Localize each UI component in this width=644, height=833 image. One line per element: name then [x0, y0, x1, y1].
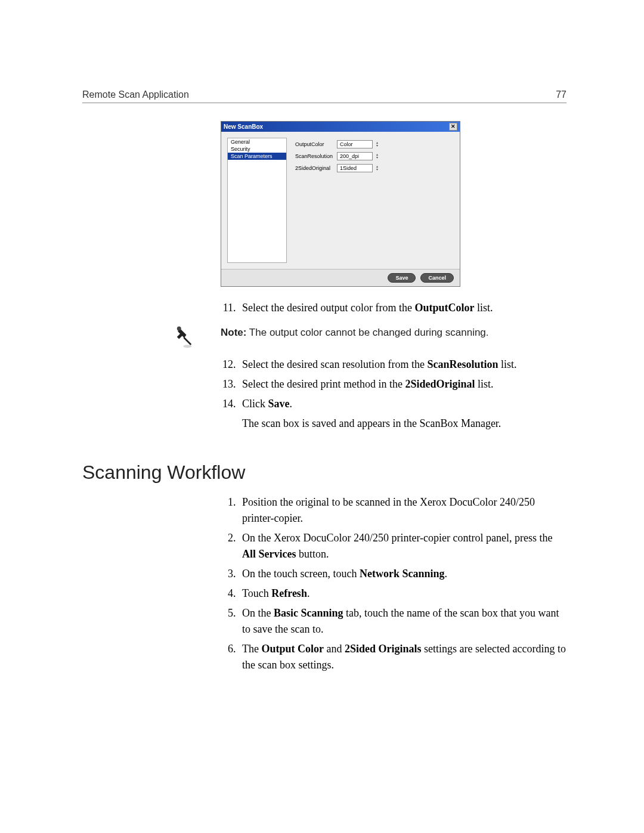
- new-scanbox-dialog: New ScanBox ✕ General Security Scan Para…: [221, 121, 460, 287]
- scan-parameters-panel: OutputColor Color ▴▾ ScanResolution 200_…: [295, 138, 380, 263]
- stepper-icon[interactable]: ▴▾: [374, 153, 380, 159]
- page-header: Remote Scan Application 77: [82, 89, 566, 103]
- step-12: Select the desired scan resolution from …: [239, 357, 566, 373]
- sidebar-item-security[interactable]: Security: [228, 145, 286, 153]
- steps-list-a: Select the desired output color from the…: [83, 300, 566, 316]
- dialog-titlebar: New ScanBox ✕: [221, 122, 460, 132]
- cancel-button[interactable]: Cancel: [420, 273, 454, 283]
- close-icon[interactable]: ✕: [449, 123, 457, 131]
- steps-list-b: Select the desired scan resolution from …: [83, 357, 566, 432]
- two-sided-row: 2SidedOriginal 1Sided ▴▾: [295, 164, 380, 172]
- workflow-step-4: Touch Refresh.: [239, 586, 566, 602]
- document-page: Remote Scan Application 77 New ScanBox ✕…: [0, 0, 644, 833]
- workflow-step-3: On the touch screen, touch Network Scann…: [239, 566, 566, 582]
- dialog-title: New ScanBox: [224, 123, 263, 130]
- output-color-row: OutputColor Color ▴▾: [295, 140, 380, 148]
- sidebar-item-general[interactable]: General: [228, 138, 286, 145]
- step-14-sub: The scan box is saved and appears in the…: [242, 416, 566, 432]
- scanning-workflow-heading: Scanning Workflow: [82, 462, 566, 484]
- output-color-label: OutputColor: [295, 141, 337, 147]
- workflow-step-6: The Output Color and 2Sided Originals se…: [239, 641, 566, 673]
- workflow-column: Position the original to be scanned in t…: [221, 494, 566, 673]
- workflow-steps: Position the original to be scanned in t…: [83, 494, 566, 673]
- workflow-step-1: Position the original to be scanned in t…: [239, 494, 566, 527]
- note-text: Note: The output color cannot be changed…: [221, 327, 489, 338]
- page-number: 77: [556, 89, 566, 100]
- stepper-icon[interactable]: ▴▾: [374, 141, 380, 147]
- step-14: Click Save. The scan box is saved and ap…: [239, 396, 566, 432]
- two-sided-select[interactable]: 1Sided: [337, 164, 373, 172]
- dialog-sidebar: General Security Scan Parameters: [227, 138, 287, 263]
- scan-resolution-row: ScanResolution 200_dpi ▴▾: [295, 152, 380, 160]
- stepper-icon[interactable]: ▴▾: [374, 165, 380, 171]
- svg-point-1: [177, 327, 181, 331]
- two-sided-label: 2SidedOriginal: [295, 165, 337, 171]
- output-color-select[interactable]: Color: [337, 140, 373, 148]
- svg-point-0: [183, 345, 191, 348]
- save-button[interactable]: Save: [388, 273, 416, 283]
- step-11: Select the desired output color from the…: [239, 300, 566, 316]
- content-column: New ScanBox ✕ General Security Scan Para…: [221, 121, 566, 432]
- sidebar-item-scan-parameters[interactable]: Scan Parameters: [228, 153, 286, 160]
- note: Note: The output color cannot be changed…: [221, 327, 566, 339]
- header-title: Remote Scan Application: [82, 89, 189, 100]
- workflow-step-2: On the Xerox DocuColor 240/250 printer-c…: [239, 530, 566, 562]
- scan-resolution-label: ScanResolution: [295, 153, 337, 159]
- scan-resolution-select[interactable]: 200_dpi: [337, 152, 373, 160]
- pushpin-icon: [172, 324, 197, 349]
- workflow-step-5: On the Basic Scanning tab, touch the nam…: [239, 605, 566, 637]
- dialog-footer: Save Cancel: [221, 269, 460, 286]
- step-13: Select the desired print method in the 2…: [239, 376, 566, 392]
- dialog-body: General Security Scan Parameters OutputC…: [221, 132, 460, 269]
